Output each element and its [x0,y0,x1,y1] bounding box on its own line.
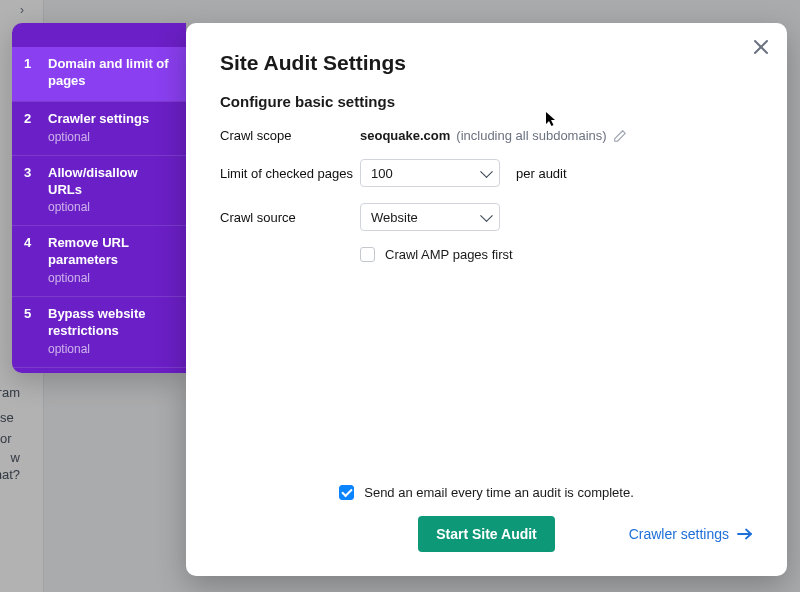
site-audit-settings-modal: 1 Domain and limit of pages 2 Crawler se… [12,23,787,576]
step-number: 2 [24,111,40,126]
start-site-audit-button[interactable]: Start Site Audit [418,516,555,552]
row-crawl-scope: Crawl scope seoquake.com (including all … [220,128,753,143]
close-icon [753,39,769,55]
row-amp-check: Crawl AMP pages first [360,247,753,262]
step-remove-url-parameters[interactable]: 4 Remove URL parameters optional [12,225,186,296]
modal-subtitle: Configure basic settings [220,93,753,110]
step-subtitle: optional [48,200,174,214]
step-number: 4 [24,235,40,250]
edit-scope-button[interactable] [613,129,627,143]
step-subtitle: optional [48,342,174,356]
step-number: 5 [24,306,40,321]
step-schedule[interactable]: 6 Schedule optional [12,367,186,373]
select-value: Website [371,210,418,225]
limit-suffix: per audit [516,166,567,181]
close-button[interactable] [749,35,773,59]
step-subtitle: optional [48,130,174,144]
settings-steps-sidebar: 1 Domain and limit of pages 2 Crawler se… [12,23,186,373]
modal-title: Site Audit Settings [220,51,753,75]
step-subtitle: optional [48,271,174,285]
step-number: 3 [24,165,40,180]
step-domain-and-limit[interactable]: 1 Domain and limit of pages [12,47,186,101]
arrow-right-icon [737,528,753,540]
row-limit-pages: Limit of checked pages 100 per audit [220,159,753,187]
label-crawl-amp-first: Crawl AMP pages first [385,247,513,262]
step-title: Allow/disallow URLs [48,165,174,199]
step-title: Crawler settings [48,111,174,128]
label-email-on-complete: Send an email every time an audit is com… [364,485,634,500]
modal-footer: Send an email every time an audit is com… [220,485,753,552]
step-title: Bypass website restrictions [48,306,174,340]
select-value: 100 [371,166,393,181]
pencil-icon [613,129,627,143]
row-crawl-source: Crawl source Website [220,203,753,231]
step-number: 1 [24,56,40,71]
step-bypass-restrictions[interactable]: 5 Bypass website restrictions optional [12,296,186,367]
checkbox-email-on-complete[interactable] [339,485,354,500]
select-limit-pages[interactable]: 100 [360,159,500,187]
step-title: Remove URL parameters [48,235,174,269]
step-crawler-settings[interactable]: 2 Crawler settings optional [12,101,186,155]
label-limit-pages: Limit of checked pages [220,166,360,181]
label-crawl-scope: Crawl scope [220,128,360,143]
step-allow-disallow-urls[interactable]: 3 Allow/disallow URLs optional [12,155,186,226]
select-crawl-source[interactable]: Website [360,203,500,231]
crawl-scope-note: (including all subdomains) [456,128,606,143]
step-title: Domain and limit of pages [48,56,174,90]
next-crawler-settings-link[interactable]: Crawler settings [629,526,753,542]
settings-panel: Site Audit Settings Configure basic sett… [186,23,787,576]
next-link-label: Crawler settings [629,526,729,542]
checkbox-crawl-amp-first[interactable] [360,247,375,262]
crawl-scope-domain: seoquake.com [360,128,450,143]
label-crawl-source: Crawl source [220,210,360,225]
